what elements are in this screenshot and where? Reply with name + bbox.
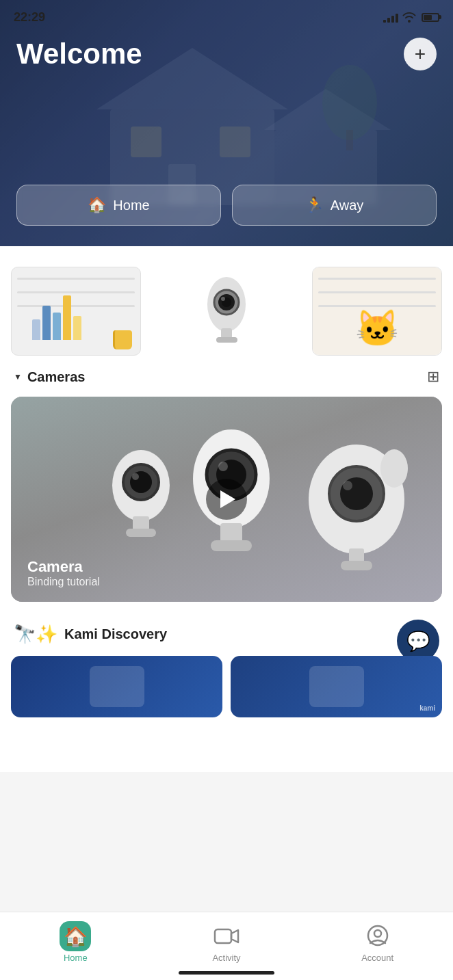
- status-icons: [383, 12, 439, 23]
- nav-activity-label: Activity: [212, 953, 240, 963]
- welcome-title: Welcome: [16, 38, 437, 70]
- status-time: 22:29: [14, 10, 45, 25]
- home-icon: 🏠: [64, 925, 88, 948]
- telescope-icon: 🔭✨: [14, 624, 57, 645]
- svg-rect-27: [211, 540, 252, 551]
- svg-point-13: [221, 297, 225, 301]
- kami-card-2-light: [309, 666, 364, 707]
- camera-strip: 🐱: [0, 246, 453, 362]
- video-caption: Camera Binding tutorial: [27, 558, 100, 588]
- svg-rect-35: [215, 929, 231, 943]
- kami-discovery-section: 🔭✨ Kami Discovery 💬 kami: [0, 613, 453, 772]
- svg-rect-26: [220, 523, 242, 542]
- video-card[interactable]: Camera Binding tutorial: [11, 397, 442, 602]
- camera-thumb-center[interactable]: [196, 267, 257, 356]
- svg-point-32: [380, 449, 408, 488]
- nav-account[interactable]: Account: [302, 923, 453, 963]
- camera-device-icon: [201, 274, 253, 349]
- home-mode-icon: 🏠: [88, 196, 106, 214]
- svg-rect-21: [126, 529, 156, 537]
- nav-home[interactable]: 🏠 Home: [0, 923, 151, 963]
- main-content: 🐱 ▼ Cameras ⊞: [0, 246, 453, 772]
- svg-point-38: [374, 930, 381, 937]
- nav-account-label: Account: [361, 953, 393, 963]
- battery-icon: [422, 13, 439, 22]
- svg-rect-14: [221, 328, 232, 339]
- hero-section: Welcome + 🏠 Home 🏃 Away: [0, 0, 453, 246]
- svg-point-31: [343, 481, 352, 490]
- kami-card-1-inner: [11, 656, 222, 717]
- home-indicator: [179, 971, 274, 975]
- cameras-header: ▼ Cameras ⊞: [0, 362, 453, 397]
- svg-rect-15: [216, 337, 237, 343]
- kami-section-header: 🔭✨ Kami Discovery: [0, 613, 453, 656]
- add-button[interactable]: +: [404, 38, 437, 70]
- play-triangle-icon: [220, 490, 235, 508]
- cat-illustration: 🐱: [313, 267, 441, 355]
- svg-rect-20: [133, 516, 149, 530]
- kami-card-1[interactable]: [11, 656, 222, 717]
- svg-rect-33: [349, 548, 364, 562]
- away-mode-button[interactable]: 🏃 Away: [232, 185, 437, 226]
- video-camera-icon: [213, 925, 240, 947]
- kami-label: 🔭✨ Kami Discovery: [14, 624, 167, 645]
- nav-account-icon: [362, 923, 393, 950]
- dropdown-arrow-icon: ▼: [14, 372, 22, 382]
- mode-buttons: 🏠 Home 🏃 Away: [16, 185, 437, 226]
- away-mode-label: Away: [331, 198, 364, 213]
- status-bar: 22:29: [0, 0, 453, 34]
- kami-card-2-inner: [231, 656, 442, 717]
- home-mode-button[interactable]: 🏠 Home: [16, 185, 221, 226]
- svg-marker-36: [231, 930, 238, 942]
- kami-card-light: [90, 666, 144, 707]
- video-title: Camera: [27, 558, 100, 576]
- kami-label-text: Kami Discovery: [64, 626, 167, 642]
- nav-activity[interactable]: Activity: [151, 923, 302, 963]
- cameras-label-text: Cameras: [27, 369, 86, 385]
- svg-rect-34: [341, 561, 372, 570]
- camera-thumb-1[interactable]: [11, 267, 141, 356]
- cameras-section-label[interactable]: ▼ Cameras: [14, 369, 85, 385]
- wifi-icon: [402, 12, 416, 23]
- nav-home-bg: 🏠: [60, 921, 91, 951]
- nav-home-icon-container: 🏠: [60, 923, 91, 950]
- kami-card-2[interactable]: kami: [231, 656, 442, 717]
- signal-icon: [383, 12, 398, 23]
- kami-logo: kami: [419, 704, 435, 712]
- account-icon: [365, 924, 391, 949]
- play-button[interactable]: [206, 479, 247, 520]
- camera-thumb-3[interactable]: 🐱: [312, 267, 442, 356]
- svg-point-19: [132, 473, 139, 480]
- video-subtitle: Binding tutorial: [27, 576, 100, 588]
- nav-home-label: Home: [64, 953, 88, 963]
- grid-view-icon[interactable]: ⊞: [427, 368, 439, 386]
- svg-point-25: [218, 462, 228, 471]
- home-mode-label: Home: [113, 198, 149, 213]
- bottom-nav: 🏠 Home Activity Account: [0, 912, 453, 980]
- chat-icon: 💬: [406, 630, 430, 652]
- away-mode-icon: 🏃: [305, 196, 324, 214]
- nav-activity-icon: [211, 923, 242, 950]
- kami-cards: kami: [0, 656, 453, 772]
